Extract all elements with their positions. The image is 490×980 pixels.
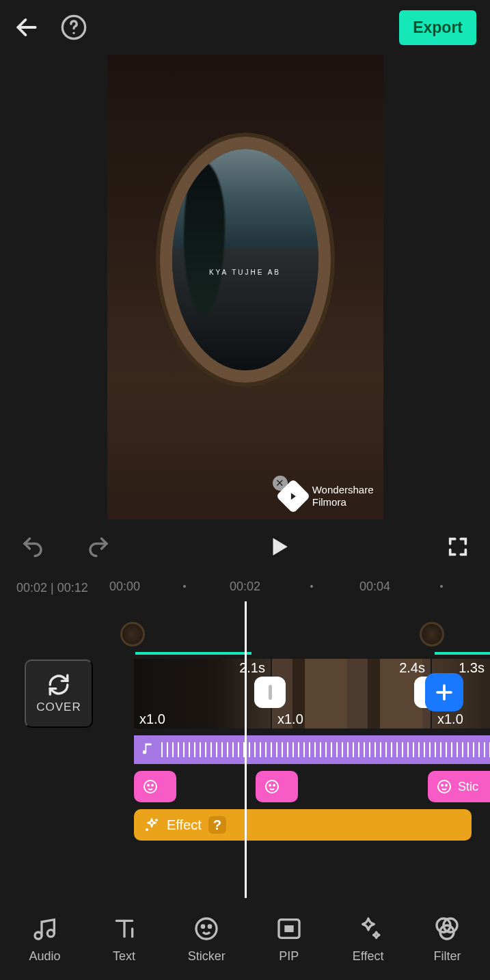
tool-label: PIP: [279, 949, 299, 964]
time-ruler[interactable]: 00:02 | 00:12 00:00 00:02 00:04: [0, 574, 490, 601]
svg-point-6: [144, 780, 156, 793]
watermark-text: Wondershare Filmora: [312, 484, 374, 508]
svg-point-20: [202, 925, 204, 927]
tool-effect[interactable]: Effect: [353, 915, 384, 964]
music-note-icon: [141, 741, 156, 759]
keyframe-bar[interactable]: [435, 652, 490, 655]
plus-icon: [434, 682, 454, 703]
cover-button[interactable]: COVER: [25, 659, 93, 728]
keyframe-marker[interactable]: [120, 622, 145, 646]
tool-label: Filter: [433, 949, 461, 964]
ruler-ticks[interactable]: 00:00 00:02 00:04: [103, 574, 490, 601]
filter-icon: [433, 915, 461, 942]
svg-point-7: [148, 785, 149, 786]
clip-duration: 2.1s: [239, 660, 265, 676]
sticker-face-icon: [436, 778, 452, 795]
bottom-toolbar: Audio Text Sticker PIP Effect Filter: [0, 898, 490, 980]
sticker-face-icon: [264, 778, 280, 795]
ruler-tick-0: 00:00: [109, 580, 140, 594]
effect-label: Effect: [167, 817, 202, 833]
tool-filter[interactable]: Filter: [433, 915, 461, 964]
sticker-clip-1[interactable]: [134, 771, 176, 802]
svg-point-12: [438, 780, 450, 793]
svg-marker-3: [273, 538, 287, 556]
clip-speed: x1.0: [139, 711, 165, 727]
svg-rect-23: [286, 926, 292, 931]
sticker-clip-3[interactable]: Stic: [428, 771, 490, 802]
tool-label: Text: [113, 949, 135, 964]
svg-point-21: [208, 925, 210, 927]
svg-point-15: [156, 819, 157, 821]
ruler-dot: [183, 585, 186, 588]
effect-clip[interactable]: Effect ?: [134, 809, 472, 841]
sticker-icon: [193, 915, 220, 942]
watermark-line1: Wondershare: [312, 484, 374, 496]
sticker-label: Stic: [458, 780, 478, 794]
arrow-left-icon: [14, 14, 40, 40]
fullscreen-button[interactable]: [446, 535, 469, 558]
pip-icon: [275, 915, 303, 942]
clip-duration: 1.3s: [459, 660, 485, 676]
tool-sticker[interactable]: Sticker: [188, 915, 226, 964]
ruler-dot: [440, 585, 443, 588]
redo-button[interactable]: [86, 534, 111, 559]
playback-controls: [0, 519, 490, 574]
svg-point-10: [269, 785, 271, 786]
video-clip-2[interactable]: 2.4s x1.0: [272, 659, 431, 729]
audio-icon: [31, 915, 59, 942]
clip-duration: 2.4s: [399, 660, 425, 676]
cover-label: COVER: [36, 700, 81, 714]
ruler-tick-1: 00:02: [230, 580, 260, 594]
svg-point-8: [152, 785, 153, 786]
sticker-face-icon: [142, 778, 159, 795]
undo-button[interactable]: [21, 534, 45, 559]
svg-point-14: [446, 785, 447, 786]
preview-canvas[interactable]: KYA TUJHE AB ✕ Wondershare Filmora: [107, 55, 383, 519]
help-button[interactable]: [60, 14, 87, 41]
timeline[interactable]: COVER 2.1s x1.0 2.4s x1.0 1.3s x1.0: [0, 601, 490, 898]
undo-redo-group: [21, 534, 111, 559]
ruler-dot: [310, 585, 313, 588]
ruler-tick-2: 00:04: [359, 580, 390, 594]
effect-help-badge[interactable]: ?: [208, 816, 226, 834]
svg-point-9: [266, 780, 278, 793]
tool-audio[interactable]: Audio: [29, 915, 61, 964]
export-button[interactable]: Export: [399, 10, 476, 45]
audio-track[interactable]: [134, 735, 490, 764]
sparkle-icon: [144, 817, 160, 833]
refresh-icon: [47, 673, 70, 696]
help-icon: [60, 14, 87, 41]
mirror-scene: [172, 149, 318, 370]
text-icon: [111, 915, 138, 942]
clip-speed: x1.0: [277, 711, 303, 727]
svg-point-13: [441, 785, 443, 786]
header-bar: Export: [0, 0, 490, 55]
back-button[interactable]: [14, 14, 40, 40]
watermark[interactable]: ✕ Wondershare Filmora: [281, 484, 374, 508]
keyframe-marker[interactable]: [420, 622, 444, 646]
play-icon: [267, 535, 290, 558]
sticker-clip-2[interactable]: [256, 771, 298, 802]
svg-point-2: [72, 32, 74, 34]
add-clip-button[interactable]: [425, 673, 463, 711]
keyframe-bar[interactable]: [135, 652, 251, 655]
clip-speed: x1.0: [437, 711, 463, 727]
redo-icon: [86, 534, 111, 559]
transition-handle[interactable]: [254, 677, 286, 708]
tool-label: Sticker: [188, 949, 226, 964]
audio-waveform: [161, 742, 490, 757]
svg-point-11: [273, 785, 275, 786]
tool-label: Audio: [29, 949, 61, 964]
app-root: Export KYA TUJHE AB ✕ Wondershare Filmor…: [0, 0, 490, 980]
svg-point-16: [146, 829, 148, 830]
playhead-time-label: 00:02 | 00:12: [0, 581, 103, 595]
video-frame-content: KYA TUJHE AB: [160, 137, 331, 383]
playhead[interactable]: [245, 601, 247, 898]
preview-area: KYA TUJHE AB ✕ Wondershare Filmora: [0, 55, 490, 519]
watermark-line2: Filmora: [312, 496, 374, 508]
play-button[interactable]: [267, 535, 290, 558]
tool-pip[interactable]: PIP: [275, 915, 303, 964]
tool-text[interactable]: Text: [111, 915, 138, 964]
video-clip-1[interactable]: 2.1s x1.0: [134, 659, 271, 729]
svg-point-19: [196, 918, 217, 939]
